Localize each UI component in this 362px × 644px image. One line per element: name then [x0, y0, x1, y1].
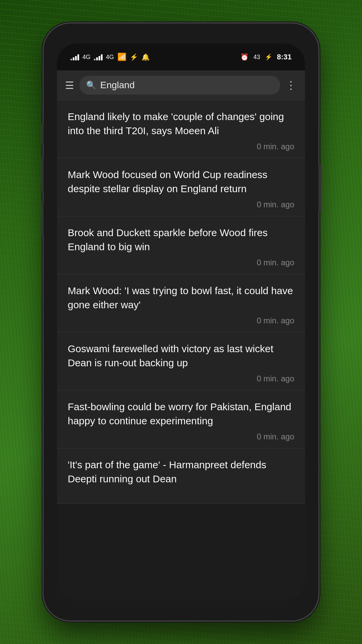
news-title-4: Mark Wood: 'I was trying to bowl fast, i…	[68, 284, 294, 312]
alarm-icon: ⏰	[240, 53, 249, 61]
search-bar: ☰ 🔍 England ⋮	[57, 70, 305, 100]
phone-wrapper: 4G 4G 📶 ⚡ 🔔 ⏰ 43 ⚡ 8:31	[44, 23, 318, 621]
news-time-1: 0 min. ago	[68, 142, 294, 151]
news-list: England likely to make 'couple of change…	[57, 100, 305, 600]
news-time-4: 0 min. ago	[68, 316, 294, 325]
news-title-3: Brook and Duckett sparkle before Wood fi…	[68, 226, 294, 254]
power-button-right[interactable]	[318, 164, 321, 211]
clock-time: 8:31	[277, 53, 292, 61]
battery-percent: 43	[253, 54, 260, 61]
notification-bell-icon: 🔔	[141, 53, 150, 61]
news-time-5: 0 min. ago	[68, 374, 294, 383]
search-input-value[interactable]: England	[100, 80, 135, 91]
news-item-7[interactable]: 'It's part of the game' - Harmanpreet de…	[57, 448, 305, 504]
phone-screen: 4G 4G 📶 ⚡ 🔔 ⏰ 43 ⚡ 8:31	[57, 44, 305, 600]
news-time-3: 0 min. ago	[68, 258, 294, 267]
hamburger-menu-icon[interactable]: ☰	[65, 79, 74, 91]
news-item-4[interactable]: Mark Wood: 'I was trying to bowl fast, i…	[57, 274, 305, 332]
wifi-icon: 📶	[117, 53, 126, 61]
signal-bars-2	[94, 54, 103, 60]
signal-1-type: 4G	[82, 54, 90, 61]
news-item-1[interactable]: England likely to make 'couple of change…	[57, 100, 305, 158]
news-item-3[interactable]: Brook and Duckett sparkle before Wood fi…	[57, 216, 305, 274]
news-title-2: Mark Wood focused on World Cup readiness…	[68, 168, 294, 196]
app-content: ☰ 🔍 England ⋮ England likely to make 'co…	[57, 70, 305, 600]
usb-icon: ⚡	[130, 53, 138, 61]
volume-up-button[interactable]	[41, 124, 44, 144]
news-title-5: Goswami farewelled with victory as last …	[68, 342, 294, 370]
news-item-2[interactable]: Mark Wood focused on World Cup readiness…	[57, 158, 305, 216]
news-time-6: 0 min. ago	[68, 432, 294, 441]
charging-icon: ⚡	[265, 53, 272, 61]
news-time-2: 0 min. ago	[68, 200, 294, 209]
status-left: 4G 4G 📶 ⚡ 🔔	[70, 53, 240, 61]
news-item-5[interactable]: Goswami farewelled with victory as last …	[57, 332, 305, 390]
news-item-6[interactable]: Fast-bowling could be worry for Pakistan…	[57, 390, 305, 448]
signal-2-bars	[94, 54, 103, 60]
news-title-6: Fast-bowling could be worry for Pakistan…	[68, 400, 294, 428]
status-right: ⏰ 43 ⚡ 8:31	[240, 53, 292, 61]
status-bar: 4G 4G 📶 ⚡ 🔔 ⏰ 43 ⚡ 8:31	[57, 44, 305, 70]
search-input-wrapper[interactable]: 🔍 England	[79, 76, 280, 95]
signal-2-type: 4G	[106, 54, 114, 61]
volume-down-button[interactable]	[41, 158, 44, 191]
signal-1-label	[70, 54, 79, 60]
search-icon: 🔍	[86, 80, 96, 90]
more-options-icon[interactable]: ⋮	[286, 79, 297, 92]
power-button-left[interactable]	[41, 201, 44, 235]
news-title-7: 'It's part of the game' - Harmanpreet de…	[68, 458, 294, 486]
signal-bars-1	[70, 54, 79, 60]
news-title-1: England likely to make 'couple of change…	[68, 110, 294, 138]
